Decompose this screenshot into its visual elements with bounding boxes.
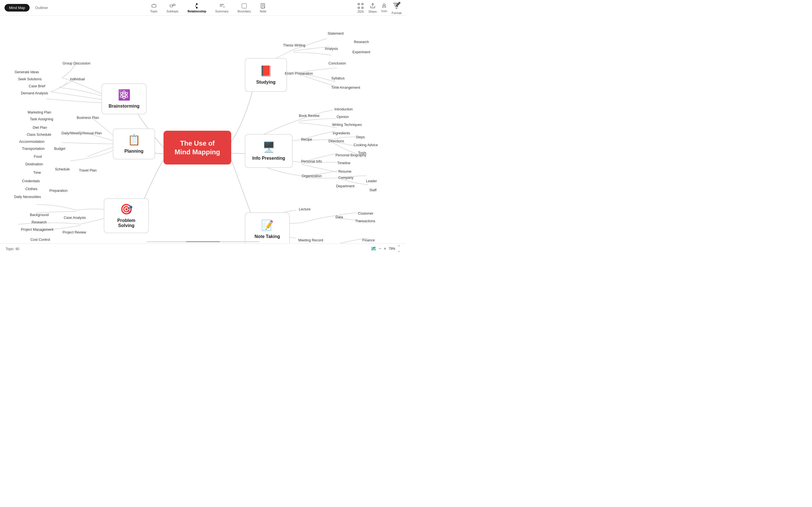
leaf-destination: Destination [26,162,43,166]
tool-boundary-label: Boundary [238,10,251,13]
leaf-clothes: Clothes [26,187,37,191]
tool-subtopic[interactable]: Subtopic [163,2,182,14]
leaf-travel-plan: Travel Plan [79,168,97,172]
leaf-accommodation: Accommodation [19,140,45,144]
zoom-in-button[interactable]: + [384,246,386,251]
note-taking-title: Note Taking [255,234,280,239]
tool-relationship[interactable]: Relationship [184,2,209,14]
leaf-time-arrangement: Time Arrangement [331,86,360,90]
leaf-finance: Finance [362,238,375,242]
info-presenting-icon: 🖥️ [262,141,275,153]
leaf-time: Time [33,171,41,175]
leaf-case-brief: Case Brief [29,84,45,88]
leaf-cost-control: Cost Control [31,238,50,242]
map-icon: 🗺️ [371,246,376,251]
leaf-opinion: Opinion [337,115,349,119]
leaf-demand-analysis: Demand Analysis [21,91,48,95]
tool-summary-label: Summary [215,10,229,13]
svg-rect-0 [152,4,156,7]
leaf-credentials: Credentials [22,179,40,183]
planning-node[interactable]: 📋 Planning [113,128,155,159]
leaf-marketing-plan: Marketing Plan [28,110,51,114]
tab-outliner[interactable]: Outliner [31,4,53,11]
studying-node[interactable]: 📕 Studying [245,58,287,92]
zoom-arrows[interactable]: ⌃⌄ [398,245,400,252]
tool-relationship-label: Relationship [188,10,206,13]
leaf-food: Food [34,155,42,159]
planning-title: Planning [124,149,144,154]
central-title: The Use of Mind Mapping [171,139,223,156]
scroll-thumb [186,241,220,242]
planning-icon: 📋 [128,134,140,146]
leaf-timeline: Timeline [337,161,350,165]
mind-map-canvas[interactable]: The Use of Mind Mapping ⚛️ Brainstorming… [0,16,406,253]
central-node[interactable]: The Use of Mind Mapping [163,131,231,165]
info-presenting-node[interactable]: 🖥️ Info Presenting [245,134,293,168]
leaf-cooking-advice: Cooking Advice [354,143,378,147]
leaf-schedule: Schedule [55,167,70,171]
leaf-lecture: Lecture [299,207,311,211]
leaf-business-plan: Business Plan [77,116,99,120]
leaf-daily-necessities: Daily Necessities [14,195,41,199]
leaf-personal-info: Personal Info [301,159,322,163]
scroll-bar[interactable] [147,241,259,242]
tool-note-label: Note [260,10,266,13]
leaf-recipe: Recipe [301,137,312,142]
svg-rect-2 [170,5,172,7]
tool-boundary[interactable]: Boundary [234,2,254,14]
zoom-out-button[interactable]: − [378,246,381,251]
studying-title: Studying [256,80,275,85]
zen-label: ZEN [357,10,364,13]
share-button[interactable]: Share [368,3,377,13]
leaf-transportation: Transportation [22,147,45,151]
leaf-conclusion: Conclusion [328,61,346,65]
tool-subtopic-label: Subtopic [167,10,179,13]
topic-info: Topic: 90 [6,246,19,251]
toolbar-tabs: Mind Map Outliner [4,4,53,11]
leaf-project-mgmt: Project Management [21,228,53,231]
leaf-project-review: Project Review [63,230,86,234]
leaf-budget: Budget [54,147,65,151]
leaf-research-s: Research [354,40,369,44]
tool-topic[interactable]: Topic [147,2,161,14]
zen-button[interactable]: ZEN [357,3,364,13]
leaf-task-assigning: Task Assigning [30,117,53,121]
topic-number: 90 [15,247,19,251]
leaf-ingredients: Ingredients [333,131,350,135]
leaf-leader: Leader [366,179,377,183]
leaf-syllabus: Syllabus [331,76,345,80]
leaf-daily-plan: Daily/Weekly/Annual Plan [61,131,102,135]
tool-note[interactable]: Note [257,2,270,14]
tool-summary[interactable]: Summary [212,2,232,14]
leaf-steps: Steps [356,135,365,139]
problem-solving-title: Problem Solving [110,218,143,228]
note-taking-icon: 📝 [261,219,274,231]
brainstorming-node[interactable]: ⚛️ Brainstorming [101,83,147,114]
leaf-thesis-writing: Thesis Writing [283,43,305,47]
leaf-generate-ideas: Generate Ideas [15,70,39,74]
problem-solving-node[interactable]: 🎯 Problem Solving [104,198,149,233]
icon-button[interactable]: Icon [381,3,387,13]
leaf-staff: Staff [369,188,376,192]
leaf-case-analysis: Case Analysis [64,216,86,220]
problem-solving-icon: 🎯 [120,203,133,215]
leaf-group-discussion: Group Discussion [63,61,91,65]
leaf-preparation: Preparation [49,189,68,193]
leaf-department: Department [336,184,354,188]
leaf-writing-tech: Writing Techniques [332,123,362,127]
leaf-data: Data [336,215,343,219]
icon-label: Icon [381,9,387,13]
leaf-resume: Resume [338,170,352,173]
format-button[interactable]: Format [392,1,402,15]
toolbar: Mind Map Outliner Topic Subtopic [0,0,406,16]
info-presenting-title: Info Presenting [252,156,285,161]
leaf-introduction: Introduction [335,107,353,111]
zoom-controls: 🗺️ − + 79% ⌃⌄ [371,245,400,252]
toolbar-right: ZEN Share Icon Format [357,1,402,15]
toolbar-tools: Topic Subtopic Relationship [59,2,357,14]
topic-label: Topic: [6,247,14,251]
svg-rect-3 [173,4,175,5]
bottom-bar: Topic: 90 🗺️ − + 79% ⌃⌄ [0,243,406,253]
tab-mindmap[interactable]: Mind Map [4,4,30,11]
brainstorming-icon: ⚛️ [118,89,131,101]
